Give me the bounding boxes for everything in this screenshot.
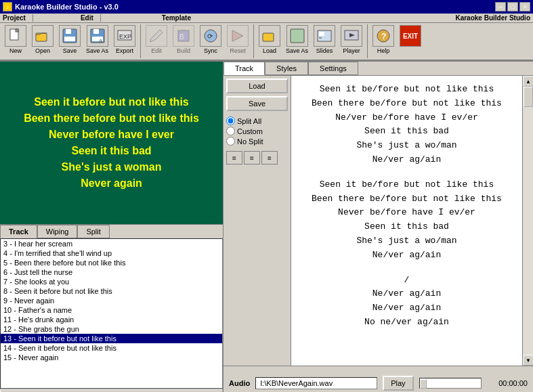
list-item[interactable]: 15 - Never again xyxy=(1,353,222,362)
lyrics-display: Seen it be/fore but not like this Been t… xyxy=(291,76,522,366)
exit-button[interactable]: EXIT . xyxy=(398,24,423,58)
lyrics-paragraph-2: Seen it be/fore but not like this Been t… xyxy=(302,178,511,263)
align-left-button[interactable]: ≡ xyxy=(226,151,242,165)
svg-text:A: A xyxy=(99,38,103,44)
align-buttons: ≡ ≡ ≡ xyxy=(226,151,288,165)
list-item[interactable]: 9 - Never again xyxy=(1,296,222,305)
lyric-line: Been there be/fore but not like this xyxy=(302,97,511,111)
toolbar: Project Edit Template Karaoke Builder St… xyxy=(0,14,533,62)
maximize-button[interactable]: □ xyxy=(507,2,518,12)
close-button[interactable]: × xyxy=(519,2,530,12)
sync-label: Sync xyxy=(204,47,217,54)
build-button[interactable]: B Build xyxy=(171,24,196,58)
svg-rect-19 xyxy=(291,29,304,43)
load-track-button[interactable]: Load xyxy=(226,79,288,93)
list-item[interactable]: 8 - Seen it before but not like this xyxy=(1,286,222,296)
play-button[interactable]: Play xyxy=(383,376,413,391)
list-item-selected[interactable]: 13 - Seen it before but not like this xyxy=(1,334,222,343)
lyric-line: Ne/ver ag/ain xyxy=(302,287,511,301)
tab-styles[interactable]: Styles xyxy=(265,62,308,75)
list-item[interactable]: 11 - He's drunk again xyxy=(1,315,222,324)
slides-label: Slides xyxy=(316,47,333,54)
save-as-button[interactable]: A Save As xyxy=(84,24,110,58)
lyric-line: Seen it be/fore but not like this xyxy=(302,83,511,97)
new-button[interactable]: New xyxy=(3,24,28,58)
list-item[interactable]: 14 - Seen it before but not like this xyxy=(1,343,222,353)
bottom-bar: Audio I:\KB\NeverAgain.wav Play 00:00:00 xyxy=(223,366,533,392)
lyrics-paragraph-1: Seen it be/fore but not like this Been t… xyxy=(302,83,511,167)
save-track-button[interactable]: Save xyxy=(226,96,288,111)
list-item[interactable]: 7 - She looks at you xyxy=(1,277,222,286)
svg-text:B: B xyxy=(179,33,184,41)
align-center-button[interactable]: ≡ xyxy=(244,151,260,165)
list-item[interactable]: 4 - I'm terrified that she'll wind up xyxy=(1,248,222,258)
preview-line-2: Been there before but not like this xyxy=(24,112,199,125)
help-button[interactable]: ? Help xyxy=(370,24,396,58)
template-save-label: Save As xyxy=(286,47,308,54)
export-label: Export xyxy=(116,47,133,54)
svg-text:⟳: ⟳ xyxy=(207,32,213,40)
save-as-label: Save As xyxy=(86,47,108,54)
minimize-button[interactable]: ─ xyxy=(495,2,506,12)
scroll-thumb[interactable] xyxy=(524,87,533,107)
karaoke-section-label: Karaoke Builder Studio xyxy=(455,14,530,22)
tab-split[interactable]: Split xyxy=(77,225,109,238)
align-right-button[interactable]: ≡ xyxy=(261,151,278,165)
slides-button[interactable]: Slides xyxy=(312,24,337,58)
list-item[interactable]: 3 - I hear her scream xyxy=(1,239,222,248)
audio-label: Audio xyxy=(229,379,250,387)
edit-label: Edit xyxy=(151,47,162,54)
title-bar: ♪ Karaoke Builder Studio - v3.0 ─ □ × xyxy=(0,0,533,14)
lyric-line: Seen it be/fore but not like this xyxy=(302,178,511,192)
track-list[interactable]: 3 - I hear her scream 4 - I'm terrified … xyxy=(0,238,223,389)
svg-rect-22 xyxy=(319,37,322,39)
list-item[interactable]: 12 - She grabs the gun xyxy=(1,324,222,334)
tab-wiping[interactable]: Wiping xyxy=(37,225,78,238)
preview-line-5: She's just a woman xyxy=(62,161,162,173)
export-button[interactable]: EXP Export xyxy=(112,24,137,58)
svg-rect-8 xyxy=(93,29,99,34)
svg-rect-21 xyxy=(319,32,324,36)
preview-line-6: Never again xyxy=(81,177,142,190)
lyric-line: Ne/ver ag/ain xyxy=(302,248,511,263)
tab-settings[interactable]: Settings xyxy=(308,62,358,75)
save-button[interactable]: Save xyxy=(57,24,83,58)
left-panel: Seen it before but not like this Been th… xyxy=(0,62,223,392)
controls-panel: Load Save Split All Custom No Split xyxy=(223,76,291,366)
list-item[interactable]: 5 - Been there before but not like this xyxy=(1,258,222,267)
lyric-line: Been there be/fore but not like this xyxy=(302,192,511,206)
sync-button[interactable]: ⟳ Sync xyxy=(198,24,223,58)
progress-thumb[interactable] xyxy=(420,379,427,389)
lyric-line: No ne/ver ag/ain xyxy=(302,315,511,330)
split-all-radio[interactable]: Split All xyxy=(226,116,288,125)
title-text: Karaoke Builder Studio - v3.0 xyxy=(15,3,119,11)
lyric-line: Never be/fore have I ev/er xyxy=(302,206,511,220)
tab-track[interactable]: Track xyxy=(0,225,37,238)
svg-rect-6 xyxy=(64,37,75,41)
edit-button[interactable]: Edit xyxy=(144,24,169,58)
right-panel: Track Styles Settings Load Save Split Al… xyxy=(223,62,533,392)
svg-rect-18 xyxy=(263,33,274,41)
edit-section-label: Edit xyxy=(81,14,93,22)
open-button[interactable]: Open xyxy=(30,24,56,58)
custom-radio[interactable]: Custom xyxy=(226,127,288,135)
load-button[interactable]: Load xyxy=(257,24,282,58)
lyrics-scrollbar[interactable]: ▲ ▼ xyxy=(522,76,533,366)
list-item[interactable]: 6 - Just tell the nurse xyxy=(1,267,222,277)
list-item[interactable]: 10 - Father's a name xyxy=(1,305,222,315)
lyric-line: Ne/ver ag/ain xyxy=(302,153,511,167)
track-list-scrollbar-down[interactable]: ▼ xyxy=(0,389,223,392)
no-split-radio[interactable]: No Split xyxy=(226,137,288,146)
svg-rect-5 xyxy=(66,29,71,34)
scroll-track[interactable] xyxy=(523,87,533,355)
lyric-line: Ne/ver be/fore have I ev/er xyxy=(302,111,511,125)
progress-bar[interactable] xyxy=(419,378,482,389)
scroll-down-arrow[interactable]: ▼ xyxy=(523,355,533,366)
load-label: Load xyxy=(263,47,276,54)
reset-button[interactable]: Reset xyxy=(225,24,251,58)
save-label: Save xyxy=(63,47,77,54)
scroll-up-arrow[interactable]: ▲ xyxy=(523,76,533,87)
tab-track-right[interactable]: Track xyxy=(223,62,265,75)
template-save-button[interactable]: Save As xyxy=(284,24,310,58)
player-button[interactable]: Player xyxy=(339,24,364,58)
